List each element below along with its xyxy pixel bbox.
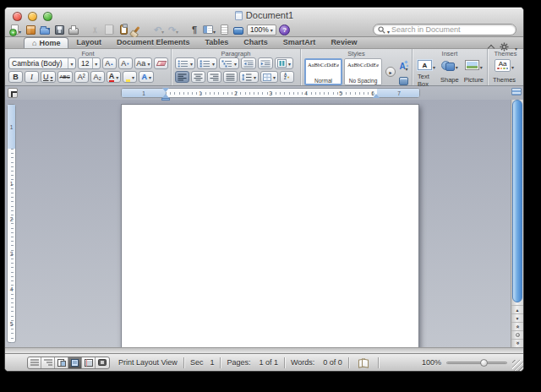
previous-page-button[interactable] (511, 322, 523, 330)
new-document-button[interactable] (10, 24, 22, 36)
spelling-status-icon[interactable] (358, 359, 369, 367)
insert-text-box-button[interactable]: A Text Box (418, 57, 435, 84)
paste-button[interactable] (117, 24, 129, 36)
scrollbar-thumb[interactable] (512, 100, 522, 302)
search-input[interactable] (391, 25, 511, 34)
style-no-spacing[interactable]: AaBbCcDdEe No Spacing (344, 58, 382, 85)
grow-font-button[interactable]: A (102, 57, 117, 69)
horizontal-ruler[interactable]: 1 1 2 3 4 5 6 7 (121, 88, 420, 98)
underline-button[interactable]: U (41, 71, 56, 83)
copy-button[interactable] (103, 24, 115, 36)
undo-button[interactable] (153, 24, 165, 36)
shrink-font-button[interactable]: A (118, 57, 133, 69)
sort-button[interactable]: AZ (280, 71, 294, 83)
show-paragraph-marks-button[interactable] (189, 24, 200, 36)
subscript-button[interactable]: A₂ (90, 71, 105, 83)
tab-charts[interactable]: Charts (236, 37, 276, 48)
first-line-indent-marker[interactable] (162, 88, 169, 92)
line-spacing-button[interactable] (239, 71, 259, 83)
zoom-dropdown[interactable]: 100% (247, 24, 276, 35)
tab-stop-selector[interactable] (8, 88, 18, 98)
borders-button[interactable] (260, 71, 278, 83)
split-window-handle[interactable] (511, 88, 522, 95)
document-page[interactable] (121, 104, 419, 347)
highlight-button[interactable] (123, 71, 137, 83)
borders-grid-icon (263, 74, 271, 81)
styles-gallery-expand-button[interactable] (385, 67, 396, 77)
undo-dropdown[interactable] (161, 22, 164, 37)
save-button[interactable] (53, 24, 65, 36)
publishing-layout-view-button[interactable] (55, 357, 68, 368)
outline-view-button[interactable] (41, 357, 55, 368)
insert-shape-button[interactable]: Shape (440, 57, 459, 84)
align-right-button[interactable] (207, 71, 221, 83)
text-effects-button[interactable]: A (139, 71, 154, 83)
draft-view-button[interactable] (28, 357, 41, 368)
strikethrough-button[interactable]: ABC (57, 71, 73, 83)
redo-dropdown[interactable] (176, 22, 178, 37)
bullets-button[interactable] (175, 57, 195, 69)
tab-layout[interactable]: Layout (68, 37, 109, 48)
print-button[interactable] (68, 24, 79, 36)
font-size-select[interactable]: 12 (78, 57, 101, 69)
manage-styles-icon[interactable] (399, 77, 408, 85)
notebook-layout-view-button[interactable] (82, 357, 96, 368)
zoom-slider-thumb[interactable] (480, 359, 488, 367)
tab-review[interactable]: Review (323, 37, 364, 48)
tab-home[interactable]: Home (24, 37, 68, 48)
tab-tables[interactable]: Tables (198, 37, 237, 48)
font-family-select[interactable]: Cambria (Body) (8, 57, 76, 69)
themes-button[interactable]: Aa Themes (493, 57, 516, 84)
superscript-button[interactable]: A² (74, 71, 89, 83)
new-document-dropdown[interactable] (19, 22, 21, 37)
cut-button[interactable] (89, 24, 101, 36)
left-indent-marker[interactable] (161, 98, 170, 101)
tab-smartart[interactable]: SmartArt (276, 37, 324, 48)
columns-button[interactable] (275, 57, 293, 69)
tab-document-elements[interactable]: Document Elements (109, 37, 198, 48)
help-button[interactable]: ? (279, 24, 291, 36)
align-center-button[interactable] (191, 71, 205, 83)
resize-grip[interactable] (512, 360, 523, 371)
style-normal[interactable]: AaBbCcDdEe Normal (304, 58, 342, 85)
format-painter-button[interactable] (132, 24, 144, 36)
print-preview-button[interactable] (218, 24, 230, 36)
vertical-ruler[interactable]: 1 1 2 3 4 5 (7, 104, 16, 343)
align-left-button[interactable] (175, 71, 189, 83)
open-button[interactable] (39, 24, 51, 36)
decrease-indent-button[interactable] (241, 57, 256, 69)
select-browse-object-button[interactable] (511, 330, 523, 339)
printer-icon (68, 28, 79, 35)
zoom-dropdown-arrow[interactable] (270, 25, 273, 34)
sidebar-toggle-button[interactable] (203, 24, 216, 36)
print-layout-view-button[interactable] (68, 357, 82, 368)
next-page-button[interactable] (511, 339, 523, 347)
multilevel-list-button[interactable] (219, 57, 239, 69)
horizontal-scrollbar[interactable] (5, 347, 523, 353)
justify-button[interactable] (223, 71, 238, 83)
scroll-down-button[interactable] (511, 313, 523, 322)
increase-indent-button[interactable] (258, 57, 273, 69)
numbering-button[interactable] (197, 57, 217, 69)
insert-picture-button[interactable]: Picture (464, 57, 484, 84)
change-case-button[interactable]: Aa (134, 57, 152, 69)
zoom-slider[interactable] (446, 362, 507, 364)
scroll-up-button[interactable] (511, 305, 523, 313)
italic-button[interactable]: I (25, 71, 39, 83)
search-scope-dropdown[interactable] (387, 22, 390, 37)
right-indent-marker[interactable] (373, 94, 380, 98)
sidebar-dropdown[interactable] (213, 22, 216, 37)
toolbox-button[interactable] (232, 24, 244, 36)
focus-view-button[interactable] (96, 357, 109, 368)
styles-pane-button[interactable]: A (399, 59, 407, 74)
bullet-list-icon (178, 60, 189, 68)
gallery-button[interactable] (25, 24, 36, 36)
clear-formatting-button[interactable] (154, 57, 168, 69)
font-color-button[interactable]: A (107, 71, 122, 83)
double-arrow-down-icon (515, 342, 521, 345)
redo-button[interactable] (167, 24, 179, 36)
vertical-scrollbar[interactable] (511, 100, 523, 347)
bold-button[interactable]: B (8, 71, 23, 83)
search-field[interactable] (373, 24, 516, 35)
clipboard-icon (120, 24, 128, 35)
